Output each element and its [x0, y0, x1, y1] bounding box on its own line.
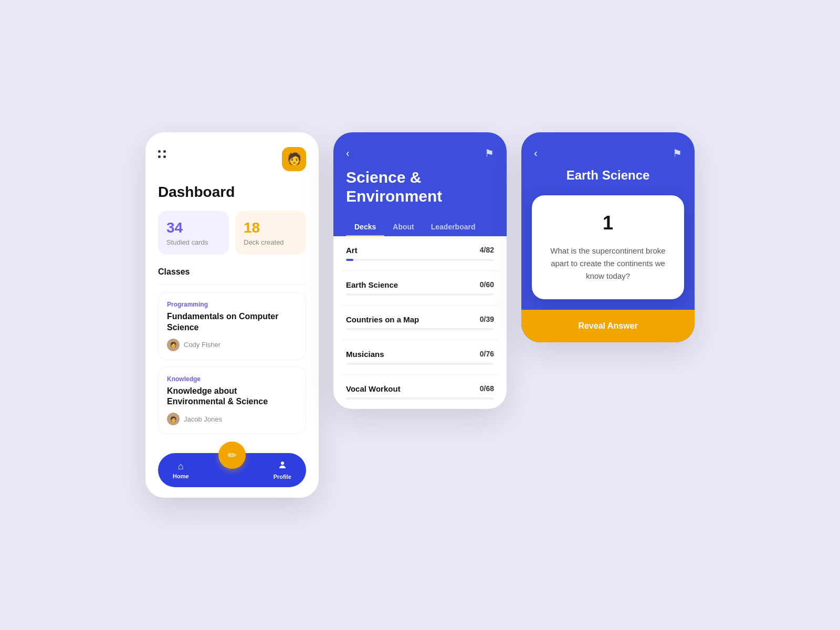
- stats-row: 34 Studied cards 18 Deck created: [158, 211, 306, 255]
- card-number: 1: [547, 212, 669, 234]
- deck-earth-name: Earth Science: [346, 280, 398, 289]
- pencil-icon: ✏: [228, 449, 237, 461]
- home-label: Home: [173, 473, 189, 479]
- science-tabs: Decks About Leaderboard: [346, 218, 494, 236]
- studied-count: 34: [166, 219, 220, 236]
- class-card-2[interactable]: Knowledge Knowledge about Environmental …: [158, 366, 306, 435]
- class-author-2: 🧑 Jacob Jones: [167, 413, 297, 425]
- earth-screen: ‹ ⚑ Earth Science 1 What is the supercon…: [521, 132, 695, 342]
- flashcard: 1 What is the supercontinent broke apart…: [532, 195, 684, 299]
- deck-vocal-row: Vocal Workout 0/68: [346, 384, 494, 393]
- dashboard-screen: 🧑 Dashboard 34 Studied cards 18 Deck cre…: [145, 132, 319, 498]
- classes-divider: [158, 284, 306, 285]
- earth-header: ‹ ⚑: [521, 132, 695, 168]
- card-question: What is the supercontinent broke apart t…: [547, 245, 669, 282]
- bottom-nav: ⌂ Home Profile ✏: [145, 447, 319, 498]
- deck-vocal-name: Vocal Workout: [346, 384, 401, 393]
- flashcard-area: 1 What is the supercontinent broke apart…: [521, 195, 695, 299]
- deck-earth-row: Earth Science 0/60: [346, 280, 494, 289]
- deck-countries-row: Countries on a Map 0/39: [346, 315, 494, 324]
- studied-cards-stat: 34 Studied cards: [158, 211, 229, 255]
- deck-vocal-progress: [346, 397, 494, 400]
- deck-earth-count: 0/60: [480, 280, 494, 289]
- svg-point-0: [281, 461, 284, 465]
- deck-countries-name: Countries on a Map: [346, 315, 419, 324]
- fab-button[interactable]: ✏: [218, 442, 246, 469]
- science-screen: ‹ ⚑ Science & Environment Decks About Le…: [333, 132, 507, 409]
- deck-count: 18: [244, 219, 298, 236]
- deck-countries-progress: [346, 328, 494, 330]
- tab-decks[interactable]: Decks: [346, 218, 384, 236]
- author-name-1: Cody Fisher: [184, 341, 220, 349]
- classes-section-title: Classes: [158, 267, 306, 277]
- class-tag-1: Programming: [167, 301, 297, 308]
- studied-label: Studied cards: [166, 238, 220, 246]
- class-tag-2: Knowledge: [167, 375, 297, 383]
- profile-icon: [278, 460, 287, 472]
- deck-art-progress: [346, 259, 494, 261]
- deck-vocal-count: 0/68: [480, 384, 494, 393]
- back-button[interactable]: ‹: [346, 147, 350, 159]
- nav-profile[interactable]: Profile: [274, 460, 291, 480]
- page-title: Dashboard: [158, 184, 306, 201]
- science-header: ‹ ⚑ Science & Environment Decks About Le…: [333, 132, 507, 236]
- flag-icon[interactable]: ⚑: [485, 147, 494, 160]
- author-name-2: Jacob Jones: [184, 415, 222, 423]
- deck-musicians-name: Musicians: [346, 350, 384, 359]
- home-icon: ⌂: [178, 461, 184, 472]
- dashboard-header: 🧑: [158, 147, 306, 171]
- profile-label: Profile: [274, 474, 291, 480]
- deck-item-art[interactable]: Art 4/82: [342, 236, 498, 271]
- deck-musicians-progress: [346, 363, 494, 365]
- deck-art-fill: [346, 259, 353, 261]
- author-avatar-2: 🧑: [167, 413, 180, 425]
- deck-item-vocal[interactable]: Vocal Workout 0/68: [342, 375, 498, 409]
- deck-item-countries[interactable]: Countries on a Map 0/39: [342, 306, 498, 340]
- nav-home[interactable]: ⌂ Home: [173, 461, 189, 479]
- science-body: Art 4/82 Earth Science 0/60 Countries: [333, 236, 507, 409]
- deck-countries-count: 0/39: [480, 315, 494, 323]
- deck-item-earth[interactable]: Earth Science 0/60: [342, 271, 498, 306]
- tab-leaderboard[interactable]: Leaderboard: [423, 218, 484, 236]
- deck-label: Deck created: [244, 238, 298, 246]
- class-card-1[interactable]: Programming Fundamentals on Computer Sci…: [158, 292, 306, 360]
- deck-art-count: 4/82: [480, 246, 494, 254]
- deck-musicians-count: 0/76: [480, 350, 494, 358]
- menu-dots-icon[interactable]: [158, 150, 166, 158]
- deck-art-name: Art: [346, 246, 358, 255]
- deck-art-row: Art 4/82: [346, 246, 494, 255]
- user-avatar[interactable]: 🧑: [282, 147, 306, 171]
- deck-musicians-row: Musicians 0/76: [346, 350, 494, 359]
- reveal-answer-button[interactable]: Reveal Answer: [521, 310, 695, 342]
- screens-container: 🧑 Dashboard 34 Studied cards 18 Deck cre…: [145, 132, 695, 498]
- earth-title: Earth Science: [521, 168, 695, 183]
- class-name-2: Knowledge about Environmental & Science: [167, 386, 297, 408]
- deck-earth-progress: [346, 293, 494, 296]
- tab-about[interactable]: About: [384, 218, 422, 236]
- class-author-1: 🧑 Cody Fisher: [167, 339, 297, 351]
- science-top-row: ‹ ⚑: [346, 147, 494, 160]
- earth-flag-icon[interactable]: ⚑: [673, 147, 682, 160]
- author-avatar-1: 🧑: [167, 339, 180, 351]
- science-title: Science & Environment: [346, 168, 494, 206]
- earth-back-button[interactable]: ‹: [534, 147, 538, 159]
- class-name-1: Fundamentals on Computer Science: [167, 311, 297, 333]
- deck-created-stat: 18 Deck created: [235, 211, 306, 255]
- deck-item-musicians[interactable]: Musicians 0/76: [342, 340, 498, 375]
